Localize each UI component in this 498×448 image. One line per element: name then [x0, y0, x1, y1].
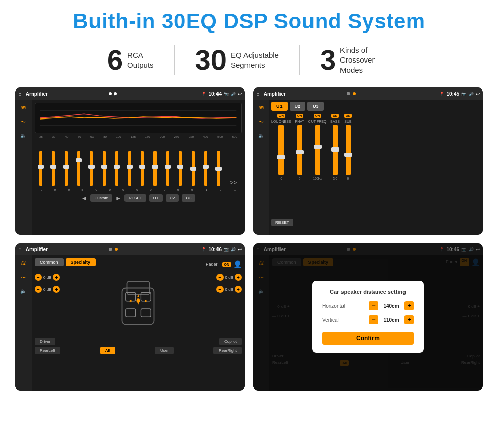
u2-btn-1[interactable]: U2 [166, 194, 179, 202]
back-icon-3[interactable]: ↩ [238, 247, 242, 252]
bass-track[interactable] [333, 125, 338, 175]
rr-db: − 0 dB + [216, 286, 242, 293]
driver-btn[interactable]: Driver [35, 338, 55, 345]
bass-thumb[interactable] [331, 147, 339, 152]
back-icon-2[interactable]: ↩ [476, 91, 480, 97]
confirm-button[interactable]: Confirm [322, 332, 414, 345]
stat-text-crossover: Kinds ofCrossover Modes [340, 45, 391, 75]
loudness-track[interactable] [278, 125, 284, 175]
next-arrow[interactable]: ► [115, 195, 121, 202]
rearleft-btn[interactable]: RearLeft [35, 347, 60, 354]
home-icon-2[interactable]: ⌂ [256, 91, 260, 97]
status-sq-3 [109, 248, 112, 251]
wave-icon-1[interactable]: 〜 [21, 118, 26, 126]
status-dot-3 [115, 248, 118, 251]
sub-track[interactable] [346, 125, 351, 175]
eq-icon-3[interactable]: ≋ [21, 259, 26, 267]
sub-thumb[interactable] [344, 153, 352, 157]
rl-plus[interactable]: + [53, 286, 60, 293]
rr-plus[interactable]: + [235, 286, 242, 293]
horizontal-label: Horizontal [322, 303, 353, 309]
u3-btn-1[interactable]: U3 [182, 194, 195, 202]
speaker-icon-2[interactable]: 🔈 [258, 133, 264, 138]
slider-thumb-0[interactable] [38, 165, 44, 169]
fl-minus[interactable]: − [35, 274, 42, 281]
vertical-value: 110cm [381, 317, 401, 323]
eq-icon-2[interactable]: ≋ [259, 104, 264, 111]
back-icon-1[interactable]: ↩ [238, 91, 242, 97]
home-icon-3[interactable]: ⌂ [18, 246, 22, 252]
stat-number-eq: 30 [195, 46, 227, 74]
u1-select[interactable]: U1 [271, 102, 288, 111]
wave-icon-2[interactable]: 〜 [259, 118, 264, 126]
all-btn[interactable]: All [100, 347, 115, 354]
stat-number-rca: 6 [107, 46, 123, 74]
phat-thumb[interactable] [296, 150, 304, 154]
app-name-2: Amplifier [264, 91, 344, 97]
vertical-minus[interactable]: − [369, 315, 378, 324]
eq-svg [35, 103, 241, 133]
speaker-icon-3[interactable]: 🔈 [20, 288, 26, 294]
rl-value: 0 dB [43, 287, 51, 292]
slider-track-0[interactable] [39, 151, 42, 186]
svg-rect-7 [126, 309, 136, 317]
fr-plus[interactable]: + [235, 274, 242, 281]
eq-icon-1[interactable]: ≋ [21, 104, 26, 111]
app-name-3: Amplifier [26, 247, 106, 252]
u3-select[interactable]: U3 [307, 102, 324, 111]
home-icon-1[interactable]: ⌂ [18, 91, 22, 97]
wave-icon-3[interactable]: 〜 [21, 274, 26, 281]
rl-minus[interactable]: − [35, 286, 42, 293]
page-wrapper: Buith-in 30EQ DSP Sound System 6 RCAOutp… [0, 0, 498, 396]
dialog-overlay: Car speaker distance setting Horizontal … [253, 243, 483, 391]
user-btn[interactable]: User [155, 347, 174, 354]
u2-select[interactable]: U2 [290, 102, 306, 111]
eq-main: 253240 506380 100125160 200250320 400500… [32, 100, 245, 235]
rearright-btn[interactable]: RearRight [213, 347, 242, 354]
location-icon-3: 📍 [201, 247, 206, 252]
horizontal-plus[interactable]: + [404, 301, 414, 310]
u1-btn-1[interactable]: U1 [149, 194, 163, 202]
status-bar-3: ⌂ Amplifier 📍 10:46 📷 🔊 ↩ [15, 243, 245, 255]
prev-arrow[interactable]: ◄ [81, 195, 87, 202]
camera-icon-1: 📷 [224, 92, 229, 96]
fader-on-badge: ON [222, 262, 232, 267]
screen-content-2: ≋ 〜 🔈 U1 U2 U3 ON LOUDNESS [253, 100, 483, 235]
rr-minus[interactable]: − [216, 286, 224, 293]
cross-channel-grid: ON LOUDNESS 0 ON PHAT [271, 114, 481, 216]
speaker-grid: − 0 dB + − 0 dB + [35, 274, 242, 335]
cutfreq-thumb[interactable] [314, 145, 322, 149]
on-badge-bass: ON [331, 114, 339, 118]
loudness-val: 0 [281, 177, 282, 180]
vertical-label: Vertical [322, 317, 353, 323]
horizontal-minus[interactable]: − [369, 301, 378, 310]
fl-value: 0 dB [43, 275, 51, 280]
tab-common-3[interactable]: Common [35, 258, 64, 266]
copilot-btn[interactable]: Copilot [219, 338, 242, 345]
stat-text-eq: EQ AdjustableSegments [231, 50, 279, 70]
stat-crossover: 3 Kinds ofCrossover Modes [300, 45, 411, 75]
car-svg [115, 274, 161, 335]
status-bar-2: ⌂ Amplifier 📍 10:45 📷 🔊 ↩ [253, 87, 483, 100]
screen-distance: ⌂ Amplifier 📍 10:46 📷 🔊 ↩ ≋ 〜 🔈 [253, 243, 483, 391]
reset-btn-1[interactable]: RESET [124, 194, 146, 202]
dialog-title: Car speaker distance setting [322, 289, 414, 295]
fader-person-icon[interactable]: 👤 [233, 260, 242, 268]
camera-icon-3: 📷 [224, 247, 229, 252]
speaker-icon-1[interactable]: 🔈 [20, 133, 26, 138]
eq-sliders: >> [35, 140, 242, 186]
svg-point-13 [136, 298, 140, 302]
custom-btn[interactable]: Custom [90, 194, 113, 202]
rl-db: − 0 dB + [35, 286, 60, 293]
volume-icon-1: 🔊 [231, 92, 236, 96]
cutfreq-track[interactable] [315, 125, 320, 175]
tab-specialty-3[interactable]: Specialty [66, 258, 96, 266]
reset-btn-2[interactable]: RESET [271, 219, 293, 226]
left-sidebar-2: ≋ 〜 🔈 [253, 100, 269, 235]
fr-minus[interactable]: − [216, 274, 224, 281]
stat-number-crossover: 3 [320, 46, 336, 74]
fl-plus[interactable]: + [53, 274, 60, 281]
vertical-plus[interactable]: + [404, 315, 414, 324]
phat-track[interactable] [297, 125, 302, 175]
loudness-thumb[interactable] [277, 155, 285, 159]
